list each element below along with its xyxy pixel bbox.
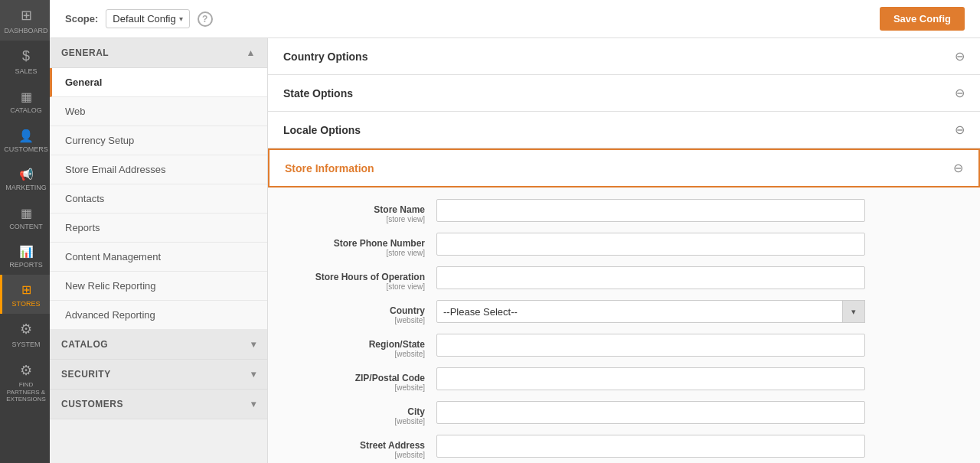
menu-item-reports[interactable]: Reports (50, 214, 267, 243)
content-icon: ▦ (21, 206, 32, 220)
store-hours-label-col: Store Hours of Operation [store view] (283, 266, 436, 291)
section-label-catalog: CATALOG (61, 339, 108, 350)
country-options-header[interactable]: Country Options ⊖ (268, 38, 980, 74)
chevron-down-icon: ▾ (251, 369, 256, 380)
collapse-icon: ⊖ (955, 86, 965, 100)
sidebar-item-dashboard[interactable]: ⊞ DASHBOARD (0, 0, 50, 41)
menu-item-new-relic[interactable]: New Relic Reporting (50, 272, 267, 301)
menu-item-general[interactable]: General (50, 68, 267, 97)
sidebar-item-customers[interactable]: 👤 CUSTOMERS (0, 121, 50, 160)
sidebar-item-label: MARKETING (5, 184, 47, 192)
store-information-header[interactable]: Store Information ⊖ (268, 148, 980, 187)
store-name-label: Store Name (374, 204, 425, 215)
sidebar-item-system[interactable]: ⚙ SYSTEM (0, 314, 50, 354)
country-label-col: Country [website] (283, 300, 436, 324)
sidebar-item-content[interactable]: ▦ CONTENT (0, 198, 50, 237)
street1-label-col: Street Address [website] (283, 435, 436, 459)
sidebar-item-catalog[interactable]: ▦ CATALOG (0, 82, 50, 121)
zip-input[interactable] (436, 367, 865, 390)
sidebar-item-sales[interactable]: $ SALES (0, 41, 50, 81)
left-panel: GENERAL ▲ General Web Currency Setup Sto… (50, 38, 268, 463)
store-phone-input-col (436, 233, 965, 256)
chevron-down-icon: ▾ (251, 399, 256, 409)
store-phone-row: Store Phone Number [store view] (283, 233, 965, 257)
store-phone-input[interactable] (436, 233, 865, 256)
sidebar-item-marketing[interactable]: 📢 MARKETING (0, 160, 50, 198)
sidebar-item-reports[interactable]: 📊 REPORTS (0, 237, 50, 276)
scope-label: Scope: (65, 13, 98, 24)
zip-label: ZIP/Postal Code (355, 373, 425, 383)
section-label-security: SECURITY (61, 369, 111, 380)
right-panel: Country Options ⊖ State Options ⊖ Locale… (268, 38, 980, 463)
menu-item-contacts[interactable]: Contacts (50, 184, 267, 214)
main-wrapper: Scope: Default Config ▾ ? Save Config GE… (50, 0, 980, 463)
section-header-security[interactable]: SECURITY ▾ (50, 360, 267, 390)
store-hours-row: Store Hours of Operation [store view] (283, 266, 965, 291)
sidebar-item-label: FIND PARTNERS & EXTENSIONS (6, 381, 46, 403)
street1-label: Street Address (360, 440, 425, 451)
scope-selector[interactable]: Default Config ▾ (106, 9, 189, 28)
locale-options-header[interactable]: Locale Options ⊖ (268, 112, 980, 148)
sidebar-item-label: SYSTEM (11, 341, 40, 349)
store-phone-sublabel: [store view] (283, 249, 425, 257)
section-header-general[interactable]: GENERAL ▲ (50, 38, 267, 68)
store-hours-label: Store Hours of Operation (315, 272, 425, 282)
save-config-button[interactable]: Save Config (880, 7, 965, 31)
city-label-col: City [website] (283, 401, 436, 426)
region-state-input-col (436, 334, 965, 357)
city-label: City (407, 406, 425, 417)
menu-item-currency[interactable]: Currency Setup (50, 126, 267, 155)
store-name-input[interactable] (436, 199, 865, 222)
menu-item-web[interactable]: Web (50, 97, 267, 126)
section-label-general: GENERAL (61, 47, 109, 58)
store-phone-label: Store Phone Number (334, 238, 425, 249)
stores-icon: ⊞ (21, 282, 31, 297)
chevron-down-icon: ▾ (251, 339, 256, 350)
country-select[interactable]: --Please Select-- (436, 300, 865, 323)
street1-input[interactable] (436, 435, 865, 458)
zip-sublabel: [website] (283, 383, 425, 392)
country-options-section: Country Options ⊖ (268, 38, 980, 75)
street1-sublabel: [website] (283, 451, 425, 459)
topbar-left: Scope: Default Config ▾ ? (65, 9, 213, 28)
collapse-icon: ⊖ (955, 122, 965, 137)
menu-item-content-mgmt[interactable]: Content Management (50, 243, 267, 272)
country-sublabel: [website] (283, 316, 425, 324)
state-options-header[interactable]: State Options ⊖ (268, 75, 980, 111)
dashboard-icon: ⊞ (21, 8, 32, 24)
content-area: GENERAL ▲ General Web Currency Setup Sto… (50, 38, 980, 463)
locale-options-section: Locale Options ⊖ (268, 112, 980, 148)
store-information-form: Store Name [store view] Store Phone Numb… (268, 187, 980, 463)
street1-row: Street Address [website] (283, 435, 965, 459)
store-name-sublabel: [store view] (283, 215, 425, 223)
find-partners-icon: ⚙ (20, 363, 32, 380)
zip-row: ZIP/Postal Code [website] (283, 367, 965, 392)
country-select-wrapper: --Please Select-- ▾ (436, 300, 865, 323)
store-hours-input-col (436, 266, 965, 289)
sidebar-item-stores[interactable]: ⊞ STORES (0, 275, 50, 314)
sidebar-item-label: STORES (12, 300, 41, 308)
sidebar-item-label: SALES (15, 67, 37, 76)
store-hours-sublabel: [store view] (283, 282, 425, 291)
menu-item-advanced[interactable]: Advanced Reporting (50, 301, 267, 330)
scope-value: Default Config (113, 13, 175, 24)
help-icon[interactable]: ? (198, 11, 213, 27)
topbar: Scope: Default Config ▾ ? Save Config (50, 0, 980, 38)
menu-item-store-email[interactable]: Store Email Addresses (50, 155, 267, 184)
store-phone-label-col: Store Phone Number [store view] (283, 233, 436, 257)
store-name-label-col: Store Name [store view] (283, 199, 436, 223)
sidebar-item-label: CONTENT (9, 223, 43, 231)
region-state-input[interactable] (436, 334, 865, 357)
section-header-catalog[interactable]: CATALOG ▾ (50, 330, 267, 360)
store-hours-input[interactable] (436, 266, 865, 289)
sidebar: ⊞ DASHBOARD $ SALES ▦ CATALOG 👤 CUSTOMER… (0, 0, 50, 463)
zip-input-col (436, 367, 965, 390)
store-name-input-col (436, 199, 965, 222)
catalog-icon: ▦ (21, 90, 32, 104)
country-row: Country [website] --Please Select-- ▾ (283, 300, 965, 324)
city-input[interactable] (436, 401, 865, 424)
section-header-customers[interactable]: CUSTOMERS ▾ (50, 390, 267, 419)
reports-icon: 📊 (19, 245, 34, 259)
sidebar-item-label: CUSTOMERS (4, 145, 47, 154)
sidebar-item-find-partners[interactable]: ⚙ FIND PARTNERS & EXTENSIONS (0, 355, 50, 409)
